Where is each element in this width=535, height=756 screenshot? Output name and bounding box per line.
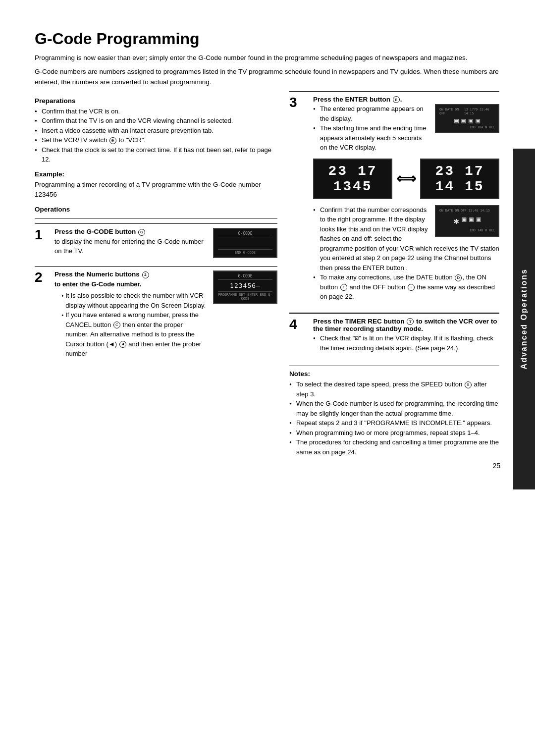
example-text: Programming a timer recording of a TV pr… (35, 180, 277, 200)
prep-item-2: Confirm that the TV is on and the VCR vi… (35, 116, 277, 126)
step-1-title: Press the G-CODE button G (54, 228, 206, 235)
step-4-title: Press the TIMER REC button T to switch t… (313, 318, 499, 332)
intro-p1: Programming is now easier than ever; sim… (35, 53, 500, 63)
vcr-g-label: G-CODE (218, 231, 272, 237)
notes-section: Notes: To select the desired tape speed,… (289, 366, 499, 457)
notes-heading: Notes: (289, 370, 499, 378)
vcr-g-num: 123456— (218, 282, 272, 289)
step-3-display-bottom: ON DATE ON OFF 15:46 14:15 ✱▣▣▣ END TAR … (435, 205, 499, 239)
step-2-content: Press the Numeric buttons 2 to enter the… (54, 270, 277, 358)
step-3-bullet-3: ON DATE ON OFF 15:46 14:15 ✱▣▣▣ END TAR … (313, 205, 499, 273)
vcr-top-row-2: ON DATE ON OFF 15:46 14:15 (439, 209, 495, 214)
circle-timerrec-icon: T (407, 318, 414, 325)
step-4-bullet-1: Check that "⊡" is lit on the VCR display… (313, 333, 499, 353)
step-4-bullets: Check that "⊡" is lit on the VCR display… (313, 333, 499, 353)
step-1-text: Press the G-CODE button G to display the… (54, 228, 206, 256)
step-2-text: Press the Numeric buttons 2 to enter the… (54, 270, 206, 358)
note-1: To select the desired tape speed, press … (289, 379, 499, 399)
step-2-number: 2 (35, 270, 51, 284)
note-3: Repeat steps 2 and 3 if "PROGRAMME IS IN… (289, 418, 499, 428)
step-3-content: Press the ENTER button E. ON DATE ON OFF… (313, 96, 499, 305)
step-1-subtitle: to display the menu for entering the G-C… (54, 237, 206, 256)
time-display-row: 23 17 1345 ⟺ 23 17 14 15 (313, 159, 499, 199)
note-5: The procedures for checking and cancelli… (289, 437, 499, 457)
vcr-display-step2: G-CODE 123456— PROGRAMME SET ENTER END G… (213, 270, 277, 304)
circle-on-icon: ↑ (340, 284, 347, 291)
step-3-number: 3 (289, 96, 305, 109)
step-1-content: Press the G-CODE button G to display the… (54, 228, 277, 258)
step-3-bullet-4: To make any corrections, use the DATE bu… (313, 272, 499, 302)
main-right-col: 3 Press the ENTER button E. ON DATE ON O… (289, 91, 524, 460)
step-3-bullet-1: The entered programme appears on the dis… (313, 104, 499, 123)
note-2: When the G-Code number is used for progr… (289, 399, 499, 418)
example-heading: Example: (35, 170, 277, 178)
note-4: When programming two or more programmes,… (289, 428, 499, 438)
bracket-symbol: ⊡ (355, 334, 359, 342)
prep-item-1: Confirm that the VCR is on. (35, 107, 277, 116)
circle-enter-icon: E (393, 96, 400, 103)
vcr-small-bottom: ON DATE ON OFF 15:46 14:15 ✱▣▣▣ END TAR … (435, 205, 499, 237)
circle-speed-icon: S (465, 381, 472, 388)
step-4-inner: 4 Press the TIMER REC button T to switch… (289, 318, 499, 356)
sidebar-label: Advanced Operations (520, 269, 529, 369)
prep-item-5: Check that the clock is set to the corre… (35, 145, 277, 164)
step-4-number: 4 (289, 318, 305, 331)
page-number: 25 (492, 462, 500, 470)
step-2-title: Press the Numeric buttons 2 (54, 270, 206, 278)
vcr-g-label-2: G-CODE (218, 274, 272, 280)
right-sidebar: Advanced Operations (513, 149, 535, 489)
step-1-number: 1 (35, 228, 51, 242)
circle-icon-vcrtv: ⊕ (109, 137, 116, 144)
vcr-bot-row-2: END TAR R REC (439, 228, 495, 233)
vcr-display-step1: G-CODE END G-CODE (213, 228, 277, 258)
operations-heading: Operations (35, 206, 277, 213)
step-2: 2 Press the Numeric buttons 2 to enter t… (35, 266, 277, 358)
step-3-bullet-2: The starting time and the ending time ap… (313, 123, 499, 153)
step-1-display: G-CODE END G-CODE (213, 228, 277, 258)
circle-cancel-icon: C (113, 322, 120, 328)
circle-cursor-icon: ◄ (119, 341, 126, 348)
intro-p2: G-Code numbers are numbers assigned to p… (35, 67, 500, 87)
step-2-subtitle: to enter the G-Code number. (54, 279, 206, 289)
step-2-body: Press the Numeric buttons 2 to enter the… (54, 270, 277, 358)
step-2-display: G-CODE 123456— PROGRAMME SET ENTER END G… (213, 270, 277, 304)
step-3-inner: 3 Press the ENTER button E. ON DATE ON O… (289, 96, 499, 305)
time-box-start: 23 17 1345 (313, 159, 392, 199)
step-2-bullet-2: If you have entered a wrong number, pres… (61, 310, 206, 359)
step-3-bullets-bottom: ON DATE ON OFF 15:46 14:15 ✱▣▣▣ END TAR … (313, 205, 499, 302)
circle-icon-gcode: G (138, 229, 145, 236)
vcr-blank (218, 239, 272, 249)
step-1-body: Press the G-CODE button G to display the… (54, 228, 277, 258)
main-left-col: Preparations Confirm that the VCR is on.… (35, 91, 277, 460)
circle-date-icon: D (455, 274, 462, 281)
vcr-icons-row-2: ✱▣▣▣ (439, 214, 495, 227)
prep-item-4: Set the VCR/TV switch ⊕ to "VCR". (35, 135, 277, 145)
step-4: 4 Press the TIMER REC button T to switch… (289, 313, 499, 356)
page-title: G-Code Programming (35, 30, 500, 48)
vcr-g-bot: END G-CODE (218, 249, 272, 255)
step-3: 3 Press the ENTER button E. ON DATE ON O… (289, 91, 499, 305)
page-content: G-Code Programming Programming is now ea… (0, 0, 535, 489)
circle-off-icon: ↓ (408, 284, 415, 291)
preparations-heading: Preparations (35, 97, 277, 105)
arrow-icon: ⟺ (396, 170, 416, 187)
circle-icon-numeric: 2 (142, 271, 149, 278)
notes-list: To select the desired tape speed, press … (289, 379, 499, 457)
step-2-bullet-1: It is also possible to check the number … (61, 291, 206, 310)
step-3-title: Press the ENTER button E. (313, 96, 499, 103)
step-1: 1 Press the G-CODE button G to display t… (35, 223, 277, 258)
step-4-content: Press the TIMER REC button T to switch t… (313, 318, 499, 356)
preparations-list: Confirm that the VCR is on. Confirm that… (35, 107, 277, 164)
step-3-bullets-top: The entered programme appears on the dis… (313, 104, 499, 153)
vcr-g-bot-2: PROGRAMME SET ENTER END G-CODE (218, 291, 272, 301)
time-box-end: 23 17 14 15 (420, 159, 499, 199)
prep-item-3: Insert a video cassette with an intact e… (35, 126, 277, 136)
